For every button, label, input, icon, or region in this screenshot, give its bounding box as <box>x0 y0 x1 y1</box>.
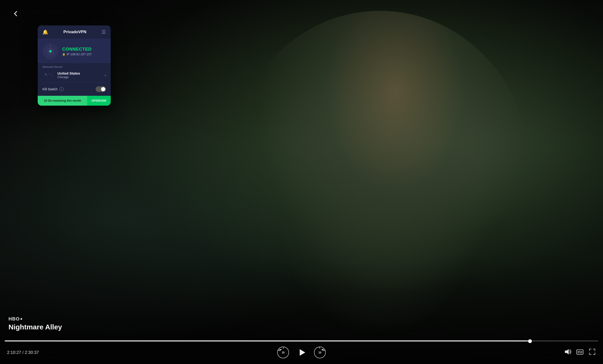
progress-bar-container[interactable] <box>5 341 598 342</box>
svg-rect-7 <box>42 71 55 79</box>
toggle-knob <box>101 87 105 91</box>
svg-point-10 <box>47 74 47 75</box>
vpn-panel: 🔔 PrivadoVPN ☰ CONNECTED 🔒 <box>38 25 111 106</box>
radar-icon <box>42 43 58 59</box>
back-button[interactable] <box>9 7 23 21</box>
connection-info: CONNECTED 🔒 IP 108.62.107.157 <box>62 47 106 56</box>
server-country: United States <box>58 71 80 75</box>
play-button[interactable] <box>296 347 307 358</box>
svg-point-15 <box>51 75 52 76</box>
time-current: 2:10:27 <box>7 350 21 355</box>
right-controls <box>554 348 596 357</box>
svg-marker-21 <box>279 349 282 351</box>
killswitch-toggle[interactable] <box>96 86 106 92</box>
svg-point-16 <box>52 76 53 76</box>
volume-button[interactable] <box>564 348 571 357</box>
server-text: United States Chicago <box>58 71 80 79</box>
menu-icon[interactable]: ☰ <box>102 29 106 35</box>
killswitch-left: Kill Switch i <box>42 87 64 91</box>
server-left: United States Chicago <box>42 71 80 79</box>
connected-status: CONNECTED <box>62 47 106 52</box>
progress-bar-fill <box>5 341 530 342</box>
ip-address: IP 108.62.107.157 <box>67 53 92 56</box>
svg-point-11 <box>46 75 47 76</box>
vpn-server-section: Selected Server <box>38 63 111 82</box>
svg-point-13 <box>49 74 50 75</box>
svg-point-18 <box>47 76 48 77</box>
svg-point-8 <box>44 74 45 74</box>
ip-row: 🔒 IP 108.62.107.157 <box>62 53 106 56</box>
killswitch-info-icon[interactable]: i <box>59 87 64 91</box>
upgrade-button[interactable]: UPGRADE <box>87 96 111 106</box>
vpn-title: PrivadoVPN <box>63 30 86 34</box>
killswitch-label: Kill Switch <box>42 87 58 91</box>
hbo-logo: HBO <box>9 316 62 322</box>
video-figure <box>229 11 531 331</box>
vpn-connection-section: CONNECTED 🔒 IP 108.62.107.157 <box>38 39 111 63</box>
svg-marker-24 <box>565 349 568 354</box>
fullscreen-button[interactable] <box>588 348 596 357</box>
vpn-footer: 10 Gb remaining this month UPGRADE <box>38 96 111 106</box>
svg-point-14 <box>50 74 51 74</box>
vpn-killswitch-section: Kill Switch i <box>38 83 111 96</box>
controls-bar: 2:10:27 / 2:30:37 15 15 <box>0 347 603 358</box>
hbo-label: HBO <box>9 316 20 322</box>
lock-icon: 🔒 <box>62 53 66 56</box>
server-section-label: Selected Server <box>38 63 111 70</box>
time-total: 2:30:37 <box>25 350 39 355</box>
svg-marker-23 <box>321 349 324 351</box>
center-controls: 15 15 <box>277 347 326 358</box>
vpn-header: 🔔 PrivadoVPN ☰ <box>38 25 111 39</box>
video-title-area: HBO Nightmare Alley <box>9 316 62 331</box>
hbo-dot <box>21 318 22 320</box>
subtitles-button[interactable] <box>576 348 584 357</box>
svg-rect-25 <box>577 350 583 354</box>
forward-button[interactable]: 15 <box>314 347 326 358</box>
rewind-button[interactable]: 15 <box>277 347 289 358</box>
time-separator: / <box>22 350 25 355</box>
server-city: Chicago <box>58 75 80 79</box>
svg-point-17 <box>45 76 46 77</box>
server-chevron-icon: › <box>104 73 106 78</box>
bell-icon[interactable]: 🔔 <box>42 29 48 35</box>
time-display: 2:10:27 / 2:30:37 <box>7 350 49 355</box>
svg-point-20 <box>46 74 46 75</box>
svg-point-12 <box>48 73 49 74</box>
video-title: Nightmare Alley <box>9 323 62 331</box>
server-row[interactable]: United States Chicago › <box>38 70 111 82</box>
world-map-icon <box>42 71 55 79</box>
svg-marker-22 <box>300 349 305 355</box>
footer-remaining: 10 Gb remaining this month <box>38 96 87 106</box>
